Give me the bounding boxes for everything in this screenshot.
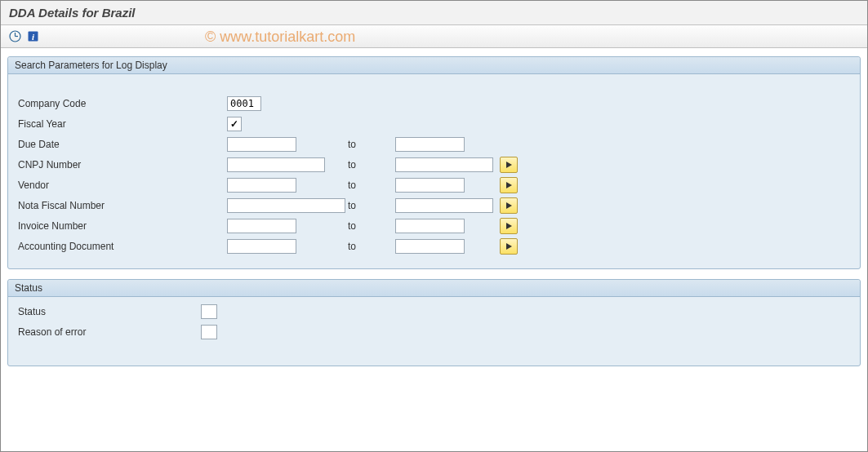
group-title-search: Search Parameters for Log Display bbox=[8, 57, 860, 74]
row-vendor: Vendor to bbox=[16, 175, 852, 194]
toolbar: i © www.tutorialkart.com bbox=[1, 25, 867, 48]
row-cnpj-number: CNPJ Number to bbox=[16, 155, 852, 174]
input-accounting-document-to[interactable] bbox=[395, 239, 465, 254]
label-nota-fiscal-number: Nota Fiscal Number bbox=[16, 200, 227, 211]
row-reason-of-error: Reason of error bbox=[16, 322, 852, 341]
arrow-right-icon bbox=[506, 243, 512, 250]
checkbox-fiscal-year[interactable]: ✓ bbox=[227, 117, 242, 131]
group-body-status: Status Reason of error bbox=[8, 297, 860, 366]
arrow-right-icon bbox=[506, 223, 512, 229]
arrow-right-icon bbox=[506, 162, 512, 168]
multi-select-invoice-number-button[interactable] bbox=[500, 218, 518, 234]
row-nota-fiscal-number: Nota Fiscal Number to bbox=[16, 196, 852, 215]
multi-select-accounting-document-button[interactable] bbox=[500, 238, 518, 255]
input-vendor-from[interactable] bbox=[227, 178, 296, 193]
label-vendor: Vendor bbox=[16, 179, 227, 191]
label-vendor-to: to bbox=[348, 179, 395, 191]
info-icon[interactable]: i bbox=[25, 29, 40, 44]
arrow-right-icon bbox=[506, 202, 512, 209]
group-body-search: Company Code Fiscal Year ✓ Due Date to C… bbox=[8, 74, 860, 268]
label-accounting-document-to: to bbox=[348, 241, 395, 252]
label-due-date: Due Date bbox=[16, 139, 227, 150]
input-vendor-to[interactable] bbox=[395, 178, 465, 193]
row-due-date: Due Date to bbox=[16, 135, 852, 153]
content-area: Search Parameters for Log Display Compan… bbox=[1, 48, 867, 384]
label-invoice-number-to: to bbox=[348, 220, 395, 232]
group-title-status: Status bbox=[8, 280, 860, 297]
row-invoice-number: Invoice Number to bbox=[16, 216, 852, 235]
label-cnpj-number: CNPJ Number bbox=[16, 159, 227, 171]
input-nota-fiscal-number-to[interactable] bbox=[395, 198, 493, 213]
input-company-code[interactable] bbox=[227, 96, 261, 111]
label-invoice-number: Invoice Number bbox=[16, 220, 227, 232]
input-reason-of-error[interactable] bbox=[201, 325, 217, 339]
multi-select-vendor-button[interactable] bbox=[500, 177, 518, 193]
row-company-code: Company Code bbox=[16, 94, 852, 113]
multi-select-nota-fiscal-number-button[interactable] bbox=[500, 197, 518, 214]
page-title: DDA Details for Brazil bbox=[9, 6, 135, 20]
label-nota-fiscal-number-to: to bbox=[348, 200, 395, 211]
status-group: Status Status Reason of error bbox=[7, 279, 861, 366]
input-cnpj-number-from[interactable] bbox=[227, 157, 325, 172]
label-reason-of-error: Reason of error bbox=[16, 326, 201, 338]
search-parameters-group: Search Parameters for Log Display Compan… bbox=[7, 56, 861, 269]
row-status: Status bbox=[16, 302, 852, 321]
execute-icon[interactable] bbox=[7, 29, 22, 44]
row-fiscal-year: Fiscal Year ✓ bbox=[16, 114, 852, 133]
input-invoice-number-from[interactable] bbox=[227, 219, 296, 233]
input-nota-fiscal-number-from[interactable] bbox=[227, 198, 345, 213]
label-company-code: Company Code bbox=[16, 98, 227, 109]
input-due-date-from[interactable] bbox=[227, 137, 296, 152]
input-cnpj-number-to[interactable] bbox=[395, 157, 493, 172]
title-bar: DDA Details for Brazil bbox=[1, 1, 867, 25]
input-due-date-to[interactable] bbox=[395, 137, 465, 152]
watermark: © www.tutorialkart.com bbox=[205, 29, 355, 46]
arrow-right-icon bbox=[506, 182, 512, 188]
label-cnpj-number-to: to bbox=[348, 159, 395, 171]
input-status[interactable] bbox=[201, 304, 217, 319]
input-invoice-number-to[interactable] bbox=[395, 219, 465, 233]
label-accounting-document: Accounting Document bbox=[16, 241, 227, 252]
row-accounting-document: Accounting Document to bbox=[16, 237, 852, 255]
label-fiscal-year: Fiscal Year bbox=[16, 118, 227, 130]
input-accounting-document-from[interactable] bbox=[227, 239, 296, 254]
multi-select-cnpj-number-button[interactable] bbox=[500, 157, 518, 173]
label-status: Status bbox=[16, 306, 201, 317]
label-due-date-to: to bbox=[348, 139, 395, 150]
